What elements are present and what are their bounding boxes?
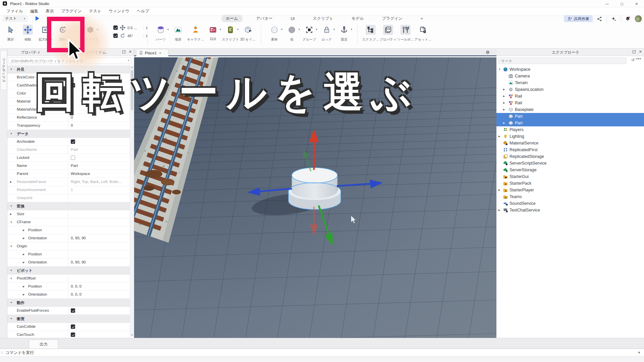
toolbar-button-script[interactable]: ▾スクリプト <box>222 24 239 42</box>
expand-arrow-icon[interactable]: ▶ <box>498 135 500 138</box>
collaborate-button[interactable]: 共同作業 <box>564 15 593 22</box>
dropdown-caret[interactable]: ▾ <box>220 28 221 31</box>
toolbar-button-xprops[interactable]: プロパティ <box>379 24 397 42</box>
property-checkbox[interactable] <box>71 333 75 337</box>
row-expander[interactable]: ▼ <box>10 221 12 223</box>
row-expander[interactable]: ▶ <box>23 285 24 288</box>
property-row-Size[interactable]: ▶Size <box>7 210 130 218</box>
property-checkbox[interactable] <box>71 139 75 144</box>
snap-rotate-value[interactable]: 45° <box>127 34 142 38</box>
tree-item-TextChatService[interactable]: ▶TextChatService <box>496 207 644 214</box>
property-row-CFrame[interactable]: ▼CFrame <box>7 218 130 226</box>
property-row-Archivable[interactable]: Archivable <box>7 138 130 146</box>
toolbar-button-xtree[interactable]: エクスプ… <box>362 24 379 42</box>
row-expander[interactable]: ▼ <box>10 301 12 304</box>
toolbar-button-colorcircle[interactable]: ▾色 <box>283 24 301 42</box>
property-value[interactable]: 0, 0, 0 <box>71 284 129 288</box>
output-tab[interactable]: 出力 <box>29 340 58 349</box>
ribbon-tab-モデル[interactable]: モデル <box>347 15 368 22</box>
drag-grip-icon[interactable]: ⁞⁞ <box>0 351 3 354</box>
row-expander[interactable]: ▼ <box>10 277 12 280</box>
row-expander[interactable]: ▼ <box>10 317 12 320</box>
tab-close-icon[interactable]: × <box>159 51 161 55</box>
property-checkbox[interactable] <box>71 156 75 160</box>
property-row-Position[interactable]: ▶Position0, 0, 0 <box>7 283 130 291</box>
history-icon[interactable]: ↺ <box>631 58 635 62</box>
property-row-EnableFluidForces[interactable]: EnableFluidForces <box>7 307 130 315</box>
notifications-bell-icon[interactable] <box>625 16 631 22</box>
property-checkbox[interactable] <box>71 308 75 313</box>
property-value[interactable]: Workspace <box>71 172 129 176</box>
close-button[interactable]: ✕ <box>629 0 644 7</box>
tree-item-Rail[interactable]: ▶Rail <box>496 93 644 100</box>
toolbar-button-gui[interactable]: ▾GUI <box>204 24 222 42</box>
tree-item-Teams[interactable]: Teams <box>496 193 644 200</box>
tree-item-SoundService[interactable]: SoundService <box>496 200 644 207</box>
property-value[interactable]: 0, 90, 90 <box>71 260 129 264</box>
command-bar[interactable]: ⁞⁞ コマンドを実行 ▼ <box>0 349 644 356</box>
close-panel-icon[interactable]: ✕ <box>129 50 132 54</box>
tree-item-Camera[interactable]: Camera <box>496 73 644 79</box>
tree-item-ServerScriptService[interactable]: ServerScriptService <box>496 160 644 167</box>
ribbon-tab-プラグイン[interactable]: プラグイン <box>378 15 407 22</box>
share-icon[interactable] <box>597 16 602 22</box>
toolbar-button-terrain[interactable]: 地形 <box>169 24 187 42</box>
snap-move-checkbox[interactable] <box>113 25 118 30</box>
toolbar-button-group[interactable]: ▾グループ <box>301 24 318 42</box>
snap-rotate-stepper[interactable]: ▲▼ <box>144 34 148 38</box>
property-section-データ[interactable]: ▼データ <box>7 130 130 138</box>
place-tab[interactable]: Place1 × <box>136 49 168 56</box>
more-options-icon[interactable]: ••• <box>636 57 641 61</box>
dropdown-caret[interactable]: ▾ <box>316 28 317 31</box>
toolbar-button-anchor[interactable]: ▾固定 <box>335 24 353 42</box>
expand-arrow-icon[interactable]: ▶ <box>503 95 505 98</box>
expand-arrow-icon[interactable]: ▶ <box>498 209 500 212</box>
property-value[interactable]: 1 <box>71 188 129 192</box>
expand-arrow-icon[interactable]: ▶ <box>503 122 505 124</box>
float-panel-icon[interactable] <box>632 50 636 54</box>
explorer-search-input[interactable]: サーチ <box>498 57 627 64</box>
property-row-Orientation[interactable]: ▶Orientation0, 0, 0 <box>7 291 130 299</box>
property-value[interactable]: 0, 0, 0 <box>71 292 129 296</box>
toolbar-button-character[interactable]: キャラク… <box>187 24 204 42</box>
tree-item-Workspace[interactable]: ▼Workspace <box>496 66 644 73</box>
tree-item-Terrain[interactable]: Terrain <box>496 79 644 86</box>
property-value[interactable]: 0, 90, 90 <box>71 236 129 240</box>
property-value[interactable]: Part <box>71 164 129 168</box>
command-input[interactable]: コマンドを実行 <box>5 350 34 356</box>
toolbar-button-cursor[interactable]: 選択 <box>2 24 19 42</box>
property-row-Transparency[interactable]: Transparency0 <box>7 122 130 130</box>
tree-item-MaterialService[interactable]: MaterialService <box>496 140 644 146</box>
row-expander[interactable]: ▼ <box>10 132 12 135</box>
dropdown-caret[interactable]: ▾ <box>281 28 282 31</box>
property-section-変換[interactable]: ▼変換 <box>7 202 130 210</box>
property-row-Parent[interactable]: ParentWorkspace <box>7 170 130 178</box>
float-panel-icon[interactable] <box>122 50 126 54</box>
ribbon-tab-UI[interactable]: UI <box>286 15 299 22</box>
dropdown-caret[interactable]: ▾ <box>167 28 169 31</box>
property-section-ピボット[interactable]: ▼ピボット <box>7 266 130 275</box>
row-expander[interactable]: ▼ <box>10 245 12 247</box>
dropdown-caret[interactable]: ▾ <box>351 28 352 31</box>
test-mode-dropdown[interactable]: テスト ▾ <box>3 15 28 22</box>
dropdown-caret[interactable]: ▾ <box>333 28 335 31</box>
property-row-Name[interactable]: NamePart <box>7 162 130 170</box>
ribbon-tab-+[interactable]: + <box>416 15 427 22</box>
tree-item-Part[interactable]: Part <box>496 113 644 120</box>
property-row-Orientation[interactable]: ▶Orientation0, 90, 90 <box>7 258 130 266</box>
menu-item-表示[interactable]: 表示 <box>43 7 57 15</box>
viewport-settings-gear-icon[interactable] <box>485 50 490 55</box>
row-expander[interactable]: ▼ <box>10 269 12 272</box>
row-expander[interactable]: ▶ <box>10 213 12 216</box>
user-avatar[interactable] <box>635 15 642 22</box>
property-row-ClassName[interactable]: ClassNamePart <box>7 146 130 154</box>
row-expander[interactable]: ▶ <box>23 253 24 256</box>
property-row-ResizeableFaces[interactable]: ▶ResizeableFacesRight, Top, Back, Left, … <box>7 178 130 186</box>
expand-arrow-icon[interactable]: ▶ <box>503 102 505 104</box>
expand-arrow-icon[interactable]: ▶ <box>498 189 500 191</box>
toolbar-button-lock[interactable]: ▾ロック <box>318 24 335 42</box>
tree-item-Part[interactable]: ▶Part <box>496 120 644 126</box>
tree-item-Lighting[interactable]: ▶Lighting <box>496 133 644 140</box>
tree-item-Baseplate[interactable]: ▶Baseplate <box>496 106 644 113</box>
toolbar-button-move[interactable]: 移動 <box>19 24 37 42</box>
